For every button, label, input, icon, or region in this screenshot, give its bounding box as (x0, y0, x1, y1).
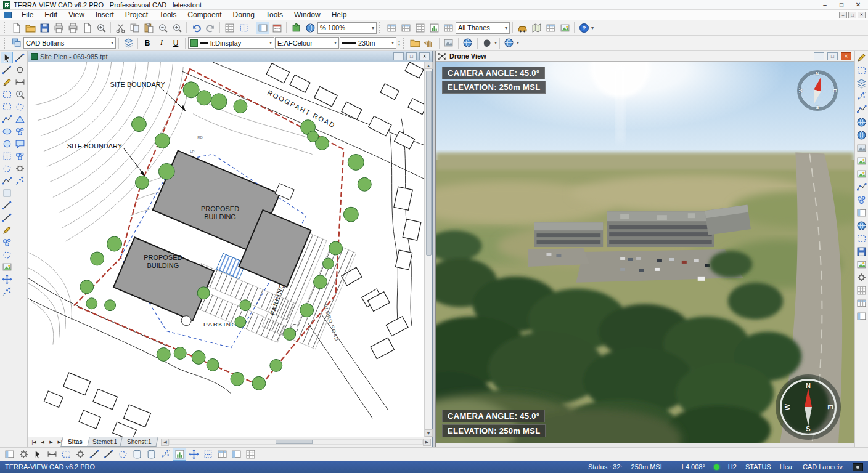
copy-button[interactable] (128, 22, 141, 34)
menu-view[interactable]: View (63, 10, 89, 20)
vertical-scroll-thumb[interactable] (426, 71, 432, 256)
crosshair-tool[interactable] (14, 64, 27, 76)
tab-sitas[interactable]: Sitas (60, 437, 89, 447)
earth-button[interactable] (856, 220, 868, 232)
line-tool[interactable] (1, 64, 13, 76)
layer-display-combo[interactable]: li:Dinsplay ▾ (188, 37, 274, 49)
materials-button[interactable] (856, 272, 868, 283)
panel-layout-button[interactable] (256, 22, 269, 34)
orbit-view-button[interactable] (856, 116, 868, 128)
solid-line-button[interactable] (45, 448, 59, 461)
zoom-out-button[interactable] (156, 22, 170, 34)
drone-render-viewport[interactable]: CAMERA ANGLE: 45.0° ELEVATION: 250m MSL … (436, 62, 854, 443)
mdi-minimize-button[interactable]: – (839, 12, 847, 18)
mdi-restore-button[interactable]: □ (848, 12, 856, 18)
toolbar-overflow-icon[interactable]: ▾ (591, 25, 594, 31)
snap-toggle-button[interactable] (237, 22, 250, 34)
tab-shenst[interactable]: Shenst:1 (120, 437, 158, 447)
scatter-nodes-button[interactable] (158, 448, 172, 461)
menu-insert[interactable]: Insert (91, 10, 119, 20)
report-button[interactable] (856, 297, 868, 309)
select-tool[interactable] (1, 52, 13, 63)
bold-button[interactable]: B (141, 36, 154, 49)
snap-gear-button[interactable] (73, 448, 87, 461)
cylinder-2-button[interactable] (144, 448, 158, 461)
callout-tool[interactable] (14, 138, 27, 150)
group-tool[interactable] (14, 150, 27, 162)
new-document-button[interactable] (9, 22, 23, 34)
paste-button[interactable] (142, 22, 155, 34)
menu-doring[interactable]: Doring (228, 10, 260, 20)
raster-tool[interactable] (1, 261, 13, 273)
style-manager-button[interactable] (9, 36, 23, 49)
display-panel-button[interactable] (856, 207, 868, 219)
underline-button[interactable]: U (169, 36, 182, 49)
style-combo[interactable]: CAD Bollans ▾ (23, 37, 116, 49)
data-table-button[interactable] (544, 22, 557, 34)
settings-sheet-button[interactable] (856, 310, 868, 322)
doc-close-button[interactable]: ✕ (419, 52, 430, 60)
terrain-button[interactable] (442, 36, 456, 49)
geolocate-button[interactable] (856, 129, 868, 141)
next-sheet-button[interactable]: ▶ (47, 438, 55, 446)
vegetation-tool[interactable] (1, 249, 13, 261)
drone-close-button[interactable]: ✕ (841, 52, 851, 60)
undo-button[interactable] (189, 22, 203, 34)
menu-compoent[interactable]: Compoent (182, 10, 226, 20)
node-edit-tool[interactable] (1, 200, 13, 211)
layer-button[interactable] (121, 36, 135, 49)
curve-tool[interactable] (1, 113, 13, 125)
sketch-line-tool[interactable] (1, 224, 13, 236)
camera-path-button[interactable] (856, 103, 868, 115)
sheet-view-button[interactable] (399, 22, 412, 34)
grid-toggle-button[interactable] (223, 22, 236, 34)
annotate-pencil-tool[interactable] (856, 52, 868, 63)
arc-button[interactable] (116, 448, 129, 461)
italic-button[interactable]: I (155, 36, 168, 49)
save-button[interactable] (38, 22, 51, 34)
pencil-tool[interactable] (1, 76, 13, 88)
close-button[interactable]: ✕ (851, 1, 865, 9)
diagonal-line-button[interactable] (88, 448, 101, 461)
capture-region-tool[interactable] (856, 65, 868, 76)
stats-table-button[interactable] (441, 22, 455, 34)
tab-stemet[interactable]: Stemet:1 (85, 437, 124, 447)
export-render-button[interactable] (856, 246, 868, 257)
menu-tools[interactable]: Tools (154, 10, 181, 20)
polyline-tool[interactable] (1, 175, 13, 187)
sheet-set-button[interactable] (229, 448, 243, 461)
doc-minimize-button[interactable]: – (393, 52, 404, 60)
menu-edit[interactable]: Edit (39, 10, 62, 20)
lineweight-stepper[interactable]: ▲▼ (398, 40, 401, 46)
construction-line-tool[interactable] (1, 212, 13, 224)
snapshot-button[interactable] (856, 168, 868, 180)
scroll-right-icon[interactable]: ▶ (423, 439, 431, 446)
layers-panel-button[interactable] (856, 78, 868, 89)
site-plan-canvas[interactable]: RD LP (28, 62, 424, 437)
link-views-button[interactable] (856, 233, 868, 245)
pointer-mode-button[interactable] (31, 448, 44, 461)
people-button[interactable] (856, 194, 868, 206)
triangle-tool[interactable] (14, 113, 27, 125)
scatter-analysis-button[interactable] (856, 91, 868, 102)
pattern-tool[interactable] (14, 175, 27, 187)
print-button[interactable] (52, 22, 65, 34)
circle-tool[interactable] (1, 138, 13, 150)
color-combo[interactable]: E:AFCelour ▾ (275, 37, 339, 49)
survey-tool[interactable] (1, 286, 13, 297)
dimension-tool[interactable] (14, 76, 27, 88)
render-globe-button[interactable] (461, 36, 475, 49)
schedule-table-button[interactable] (215, 448, 229, 461)
annotation-tool[interactable] (1, 236, 13, 248)
block-tool[interactable] (14, 126, 27, 137)
find-in-document-button[interactable] (94, 22, 108, 34)
export-button[interactable] (80, 22, 94, 34)
plugin-button[interactable] (289, 22, 303, 34)
drone-view-titlebar[interactable]: Drone View – □ ✕ (436, 51, 854, 62)
rectangle-tool[interactable] (1, 187, 13, 199)
ellipse-tool[interactable] (1, 126, 13, 137)
freeform-tool[interactable] (1, 163, 13, 174)
menu-project[interactable]: Project (120, 10, 153, 20)
menu-window[interactable]: Window (289, 10, 326, 20)
site-plan-titlebar[interactable]: Site Plen - 069-985.tpt – □ ✕ (28, 51, 432, 62)
